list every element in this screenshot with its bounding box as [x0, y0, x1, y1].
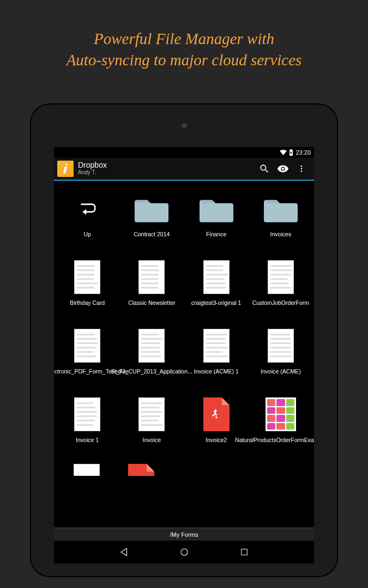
appbar-subtitle: Andy T. [78, 169, 255, 176]
current-path: /My Forms [170, 531, 198, 538]
grid-item-label: FedU_CUP_2013_Application... [123, 368, 180, 382]
back-icon [119, 547, 129, 557]
grid-item-label: Invoice [143, 437, 161, 451]
promo-line2: Auto-syncing to major cloud services [67, 51, 302, 69]
wifi-icon [280, 150, 287, 155]
grid-item-label: NaturalProductsOrderFormExample [252, 437, 309, 451]
folder-icon [263, 191, 299, 226]
view-button[interactable] [274, 160, 292, 178]
doc-thumbnail [134, 396, 170, 432]
promo-headline: Powerful File Manager with Auto-syncing … [0, 0, 368, 71]
svg-point-0 [301, 166, 303, 167]
grid-item[interactable]: craigtest3-original 1 [184, 259, 249, 314]
grid-item[interactable]: Contract 2014 [119, 191, 184, 245]
grid-item[interactable]: Birthday Card [55, 259, 119, 314]
grid-item[interactable]: CustomJobOrderForm [249, 259, 313, 314]
promo-line1: Powerful File Manager with [94, 30, 274, 47]
eye-icon [277, 163, 289, 175]
doc-thumbnail [198, 328, 234, 364]
grid-item-label: Finance [206, 231, 226, 245]
grid-item[interactable]: Invoice (ACME) [249, 328, 313, 382]
status-time: 23:20 [295, 149, 311, 156]
grid-item[interactable]: Invoices [249, 191, 313, 245]
grid-item-label: CustomJobOrderForm [252, 299, 309, 314]
nav-home-button[interactable] [179, 547, 190, 558]
path-footer: /My Forms [54, 528, 314, 541]
device-screen: 23:20 Dropbox Andy T. UpContract 2014Fin… [54, 147, 314, 564]
svg-rect-5 [241, 549, 247, 555]
svg-point-4 [181, 549, 188, 555]
doc-thumbnail [69, 328, 105, 364]
doc-thumbnail [69, 396, 105, 432]
file-grid-container[interactable]: UpContract 2014FinanceInvoicesBirthday C… [54, 181, 314, 528]
svg-point-1 [301, 168, 303, 170]
app-icon[interactable] [57, 161, 74, 177]
grid-item-label: Electronic_PDF_Form_Test_File [59, 368, 116, 382]
grid-item[interactable]: Electronic_PDF_Form_Test_File [55, 328, 119, 382]
search-icon [259, 163, 270, 174]
grid-item[interactable]: Classic Newsletter [119, 259, 184, 314]
front-camera [182, 123, 187, 128]
nav-back-button[interactable] [119, 547, 130, 558]
grid-item-label: Up [83, 231, 91, 245]
appbar-title: Dropbox [78, 161, 255, 169]
partial-row [55, 464, 313, 476]
search-button[interactable] [255, 160, 274, 178]
recent-icon [240, 548, 249, 556]
app-bar: Dropbox Andy T. [54, 158, 314, 181]
grid-item-label: Invoice (ACME) [261, 368, 301, 382]
partial-doc-2[interactable] [128, 464, 154, 476]
folder-icon [198, 191, 234, 226]
nav-recent-button[interactable] [239, 547, 250, 558]
doc-thumbnail [263, 259, 299, 295]
svg-point-2 [301, 170, 303, 172]
grid-item[interactable]: Finance [184, 191, 249, 245]
doc-thumbnail [69, 259, 105, 295]
grid-item-label: Birthday Card [70, 299, 105, 314]
tablet-frame: 23:20 Dropbox Andy T. UpContract 2014Fin… [30, 103, 338, 577]
grid-item[interactable]: Invoice 1 [55, 396, 119, 451]
grid-item[interactable]: NaturalProductsOrderFormExample [249, 396, 313, 451]
grid-item[interactable]: Invoice [119, 396, 184, 451]
grid-item-label: Invoice 1 [76, 437, 99, 451]
doc-thumbnail [263, 328, 299, 364]
grid-item-label: Invoice (ACME) 1 [194, 368, 238, 382]
grid-item-label: Contract 2014 [134, 231, 170, 245]
doc-thumbnail [263, 396, 299, 432]
file-grid: UpContract 2014FinanceInvoicesBirthday C… [55, 191, 313, 451]
grid-item[interactable]: Invoice (ACME) 1 [184, 328, 249, 382]
grid-item-label: Classic Newsletter [128, 299, 175, 314]
grid-item[interactable]: Up [55, 191, 119, 245]
grid-item-label: Invoice2 [206, 437, 227, 451]
appbar-titles: Dropbox Andy T. [78, 161, 255, 176]
grid-item-label: Invoices [270, 231, 292, 245]
doc-thumbnail [198, 259, 234, 295]
folder-icon [134, 191, 170, 226]
partial-doc-1[interactable] [74, 464, 100, 476]
pdf-thumbnail [198, 396, 234, 432]
overflow-icon [297, 164, 306, 173]
grid-item[interactable]: FedU_CUP_2013_Application... [119, 328, 184, 382]
grid-item-label: craigtest3-original 1 [191, 299, 242, 314]
doc-thumbnail [134, 328, 170, 364]
overflow-button[interactable] [292, 160, 311, 178]
home-icon [179, 547, 189, 557]
battery-charging-icon [289, 149, 293, 156]
android-nav-bar [54, 541, 314, 564]
up-icon [69, 191, 105, 226]
status-bar: 23:20 [54, 147, 314, 158]
svg-point-3 [215, 416, 218, 419]
doc-thumbnail [134, 259, 170, 295]
